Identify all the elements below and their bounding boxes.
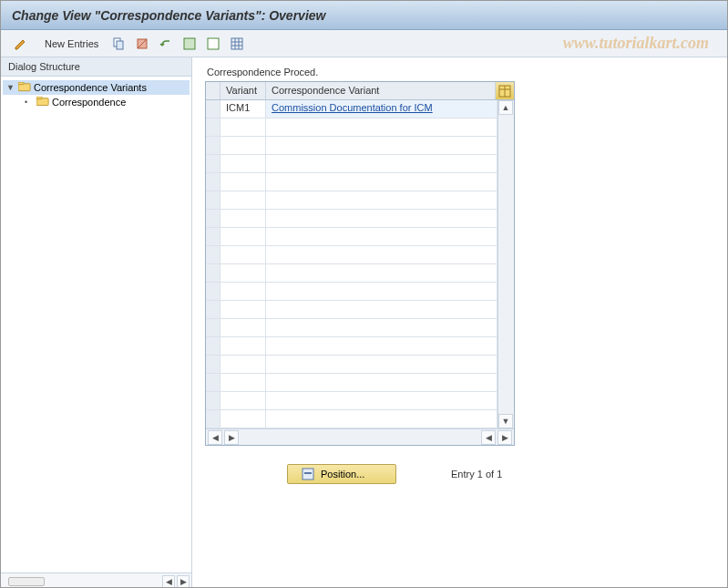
cell-variant[interactable]	[220, 119, 266, 136]
cell-variant[interactable]	[220, 137, 266, 154]
cell-description[interactable]	[266, 337, 497, 355]
row-handle[interactable]	[206, 410, 220, 428]
table-row[interactable]	[206, 374, 497, 392]
print-button[interactable]	[228, 35, 246, 53]
copy-button[interactable]	[109, 35, 128, 53]
cell-description[interactable]	[266, 319, 497, 336]
cell-variant[interactable]	[220, 337, 266, 355]
vertical-scrollbar[interactable]: ▲ ▼	[497, 100, 514, 428]
cell-description[interactable]	[266, 356, 497, 373]
table-row[interactable]: ICM1Commission Documentation for ICM	[206, 100, 497, 119]
table-row[interactable]	[206, 283, 497, 301]
cell-description[interactable]	[266, 155, 497, 172]
tree-node-correspondence[interactable]: • Correspondence	[3, 95, 190, 109]
cell-description[interactable]	[266, 410, 497, 428]
expand-caret-icon[interactable]: ▼	[6, 83, 15, 92]
table-row[interactable]	[206, 301, 497, 319]
cell-description[interactable]	[266, 374, 497, 391]
cell-variant[interactable]	[220, 210, 266, 227]
row-handle[interactable]	[206, 337, 220, 355]
row-handle[interactable]	[206, 100, 220, 118]
row-handle[interactable]	[206, 246, 220, 263]
cell-description[interactable]	[266, 173, 497, 191]
scroll-right-button[interactable]: ▶	[177, 575, 190, 588]
table-row[interactable]	[206, 191, 497, 210]
configure-columns-button[interactable]	[496, 82, 514, 99]
scroll-left-button[interactable]: ◀	[162, 575, 175, 588]
row-handle[interactable]	[206, 228, 220, 245]
table-row[interactable]	[206, 228, 497, 246]
scroll-right-button[interactable]: ▶	[224, 430, 239, 445]
cell-variant[interactable]	[220, 191, 266, 209]
column-description[interactable]: Correspondence Variant	[266, 82, 496, 99]
select-all-button[interactable]	[180, 35, 199, 53]
table-row[interactable]	[206, 392, 497, 410]
row-handle[interactable]	[206, 191, 220, 209]
scroll-left-button[interactable]: ◀	[208, 430, 222, 445]
cell-variant[interactable]	[220, 319, 266, 336]
table-row[interactable]	[206, 210, 497, 228]
row-select-header[interactable]	[206, 82, 220, 99]
cell-description[interactable]: Commission Documentation for ICM	[266, 100, 497, 118]
cell-variant[interactable]	[220, 173, 266, 191]
cell-description[interactable]	[266, 392, 497, 409]
row-handle[interactable]	[206, 173, 220, 191]
cell-variant[interactable]	[220, 228, 266, 245]
cell-variant[interactable]	[220, 301, 266, 318]
column-variant[interactable]: Variant	[220, 82, 266, 99]
row-handle[interactable]	[206, 356, 220, 373]
table-row[interactable]	[206, 319, 497, 337]
cell-variant[interactable]	[220, 264, 266, 282]
resize-handle[interactable]	[8, 577, 45, 586]
new-entries-button[interactable]: New Entries	[39, 36, 104, 51]
undo-button[interactable]	[157, 35, 175, 53]
row-handle[interactable]	[206, 210, 220, 227]
cell-description[interactable]	[266, 228, 497, 245]
cell-description[interactable]	[266, 119, 497, 136]
horizontal-scrollbar[interactable]: ◀ ▶ ◀ ▶	[206, 428, 514, 445]
cell-variant[interactable]	[220, 392, 266, 409]
table-row[interactable]	[206, 410, 497, 428]
bullet-icon: •	[25, 98, 34, 107]
table-row[interactable]	[206, 173, 497, 191]
row-handle[interactable]	[206, 283, 220, 300]
change-toggle-button[interactable]	[8, 35, 34, 53]
row-handle[interactable]	[206, 392, 220, 409]
scroll-left-button[interactable]: ◀	[481, 430, 496, 445]
position-button[interactable]: Position...	[287, 464, 396, 484]
cell-description[interactable]	[266, 246, 497, 263]
cell-variant[interactable]	[220, 356, 266, 373]
row-handle[interactable]	[206, 137, 220, 154]
cell-description[interactable]	[266, 264, 497, 282]
table-row[interactable]	[206, 155, 497, 173]
row-handle[interactable]	[206, 301, 220, 318]
cell-description[interactable]	[266, 210, 497, 227]
cell-description[interactable]	[266, 283, 497, 300]
cell-variant[interactable]	[220, 155, 266, 172]
cell-variant[interactable]	[220, 410, 266, 428]
table-row[interactable]	[206, 246, 497, 264]
row-handle[interactable]	[206, 119, 220, 136]
table-row[interactable]	[206, 264, 497, 283]
row-handle[interactable]	[206, 374, 220, 391]
table-row[interactable]	[206, 119, 497, 137]
cell-variant[interactable]: ICM1	[220, 100, 266, 118]
table-row[interactable]	[206, 337, 497, 356]
row-handle[interactable]	[206, 155, 220, 172]
cell-variant[interactable]	[220, 374, 266, 391]
delete-button[interactable]	[133, 35, 151, 53]
tree-node-correspondence-variants[interactable]: ▼ Correspondence Variants	[3, 80, 190, 95]
table-row[interactable]	[206, 356, 497, 374]
cell-variant[interactable]	[220, 246, 266, 263]
scroll-down-button[interactable]: ▼	[498, 414, 513, 428]
row-handle[interactable]	[206, 264, 220, 282]
cell-description[interactable]	[266, 191, 497, 209]
scroll-up-button[interactable]: ▲	[498, 100, 513, 115]
cell-description[interactable]	[266, 137, 497, 154]
cell-variant[interactable]	[220, 283, 266, 300]
deselect-all-button[interactable]	[204, 35, 222, 53]
row-handle[interactable]	[206, 319, 220, 336]
table-row[interactable]	[206, 137, 497, 155]
cell-description[interactable]	[266, 301, 497, 318]
scroll-right-button[interactable]: ▶	[497, 430, 512, 445]
